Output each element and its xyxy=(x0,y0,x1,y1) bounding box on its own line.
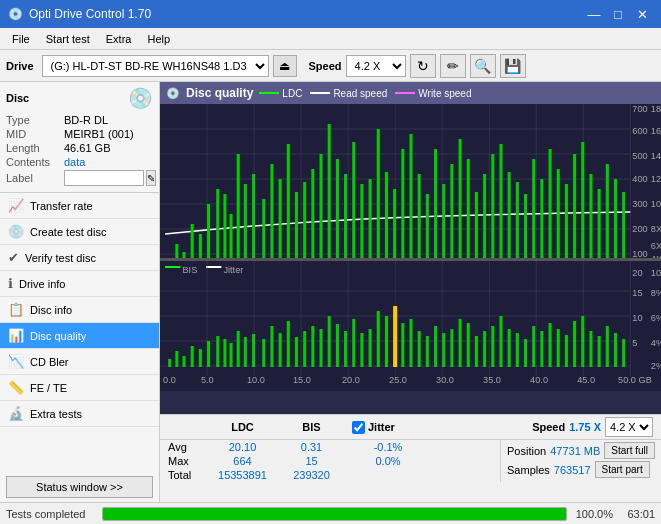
svg-rect-55 xyxy=(475,192,478,258)
sidebar-item-fe-te[interactable]: 📏 FE / TE xyxy=(0,375,159,401)
total-label: Total xyxy=(168,469,206,481)
speed-quality-select[interactable]: 4.2 X xyxy=(605,417,653,437)
disc-info-icon: 📋 xyxy=(8,302,24,317)
read-legend-label: Read speed xyxy=(333,88,387,99)
save-button[interactable]: 💾 xyxy=(500,54,526,78)
jitter-checkbox[interactable] xyxy=(352,421,365,434)
edit-button[interactable]: ✏ xyxy=(440,54,466,78)
svg-text:16X: 16X xyxy=(651,126,661,136)
svg-text:400: 400 xyxy=(632,174,647,184)
sidebar-item-verify-test-disc[interactable]: ✔ Verify test disc xyxy=(0,245,159,271)
menu-file[interactable]: File xyxy=(4,31,38,47)
svg-rect-134 xyxy=(287,321,290,367)
svg-rect-164 xyxy=(532,326,535,367)
status-window-button[interactable]: Status window >> xyxy=(6,476,153,498)
content-icon: 💿 xyxy=(166,87,180,100)
samples-label: Samples xyxy=(507,464,550,476)
transfer-rate-icon: 📈 xyxy=(8,198,24,213)
label-input[interactable] xyxy=(64,170,144,186)
avg-label: Avg xyxy=(168,441,206,453)
svg-rect-44 xyxy=(385,172,388,258)
svg-rect-29 xyxy=(262,199,265,258)
ldc-color-swatch xyxy=(259,92,279,94)
maximize-button[interactable]: □ xyxy=(607,3,629,25)
svg-rect-40 xyxy=(352,142,355,258)
svg-rect-68 xyxy=(581,142,584,258)
svg-rect-127 xyxy=(230,343,233,367)
svg-rect-57 xyxy=(491,154,494,258)
menu-start-test[interactable]: Start test xyxy=(38,31,98,47)
svg-text:6X: 6X xyxy=(651,241,661,251)
max-bis: 15 xyxy=(279,455,344,467)
svg-rect-21 xyxy=(199,234,202,258)
svg-rect-149 xyxy=(409,319,412,367)
svg-text:Jitter: Jitter xyxy=(223,265,243,275)
sidebar-item-transfer-rate[interactable]: 📈 Transfer rate xyxy=(0,193,159,219)
titlebar-left: 💿 Opti Drive Control 1.70 xyxy=(8,7,151,21)
refresh-button[interactable]: ↻ xyxy=(410,54,436,78)
sidebar-item-create-test-disc[interactable]: 💿 Create test disc xyxy=(0,219,159,245)
svg-rect-165 xyxy=(540,331,543,367)
svg-rect-144 xyxy=(369,329,372,367)
disc-type-row: Type BD-R DL xyxy=(6,114,153,126)
svg-rect-60 xyxy=(516,182,519,258)
start-full-button[interactable]: Start full xyxy=(604,442,655,459)
disc-section-label: Disc xyxy=(6,92,29,104)
drive-label: Drive xyxy=(6,60,34,72)
svg-text:50.0 GB: 50.0 GB xyxy=(618,375,652,385)
start-part-button[interactable]: Start part xyxy=(595,461,650,478)
label-edit-button[interactable]: ✎ xyxy=(146,170,156,186)
svg-rect-174 xyxy=(614,333,617,367)
length-label: Length xyxy=(6,142,64,154)
svg-rect-71 xyxy=(606,164,609,258)
content-title: Disc quality xyxy=(186,86,253,100)
chart-legend: LDC Read speed Write speed xyxy=(259,88,471,99)
ldc-header: LDC xyxy=(210,421,275,433)
avg-bis: 0.31 xyxy=(279,441,344,453)
svg-text:10X: 10X xyxy=(651,199,661,209)
svg-rect-73 xyxy=(622,192,625,258)
svg-text:4X: 4X xyxy=(651,254,661,257)
svg-rect-141 xyxy=(344,331,347,367)
sidebar-item-drive-info[interactable]: ℹ Drive info xyxy=(0,271,159,297)
svg-text:500: 500 xyxy=(632,151,647,161)
svg-rect-69 xyxy=(589,174,592,258)
read-color-swatch xyxy=(310,92,330,94)
sidebar-item-disc-info[interactable]: 📋 Disc info xyxy=(0,297,159,323)
search-button[interactable]: 🔍 xyxy=(470,54,496,78)
nav-list: 📈 Transfer rate 💿 Create test disc ✔ Ver… xyxy=(0,193,159,472)
sidebar-item-disc-quality[interactable]: 📊 Disc quality xyxy=(0,323,159,349)
app-title: Opti Drive Control 1.70 xyxy=(29,7,151,21)
disc-mid-row: MID MEIRB1 (001) xyxy=(6,128,153,140)
menu-extra[interactable]: Extra xyxy=(98,31,140,47)
legend-write: Write speed xyxy=(395,88,471,99)
svg-rect-152 xyxy=(434,326,437,367)
disc-info-header: Disc 💿 xyxy=(6,86,153,110)
drive-select[interactable]: (G:) HL-DT-ST BD-RE WH16NS48 1.D3 xyxy=(42,55,269,77)
svg-text:700: 700 xyxy=(632,104,647,114)
svg-rect-124 xyxy=(207,341,210,367)
svg-rect-50 xyxy=(434,149,437,258)
speed-select[interactable]: 4.2 X Max 2.0 X xyxy=(346,55,406,77)
svg-rect-46 xyxy=(401,149,404,258)
svg-rect-52 xyxy=(450,164,453,258)
svg-rect-132 xyxy=(270,326,273,367)
menu-help[interactable]: Help xyxy=(139,31,178,47)
cd-bler-label: CD Bler xyxy=(30,356,69,368)
eject-button[interactable]: ⏏ xyxy=(273,55,297,77)
extra-tests-label: Extra tests xyxy=(30,408,82,420)
content-area: 💿 Disc quality LDC Read speed Write spee… xyxy=(160,82,661,502)
svg-rect-37 xyxy=(328,124,331,258)
svg-rect-169 xyxy=(573,321,576,367)
svg-rect-33 xyxy=(295,192,298,258)
svg-rect-172 xyxy=(598,336,601,367)
svg-rect-51 xyxy=(442,184,445,258)
close-button[interactable]: ✕ xyxy=(631,3,653,25)
sidebar-item-cd-bler[interactable]: 📉 CD Bler xyxy=(0,349,159,375)
svg-rect-58 xyxy=(499,144,502,258)
minimize-button[interactable]: — xyxy=(583,3,605,25)
svg-rect-42 xyxy=(369,179,372,258)
label-label: Label xyxy=(6,172,64,184)
drivebar: Drive (G:) HL-DT-ST BD-RE WH16NS48 1.D3 … xyxy=(0,50,661,82)
sidebar-item-extra-tests[interactable]: 🔬 Extra tests xyxy=(0,401,159,427)
